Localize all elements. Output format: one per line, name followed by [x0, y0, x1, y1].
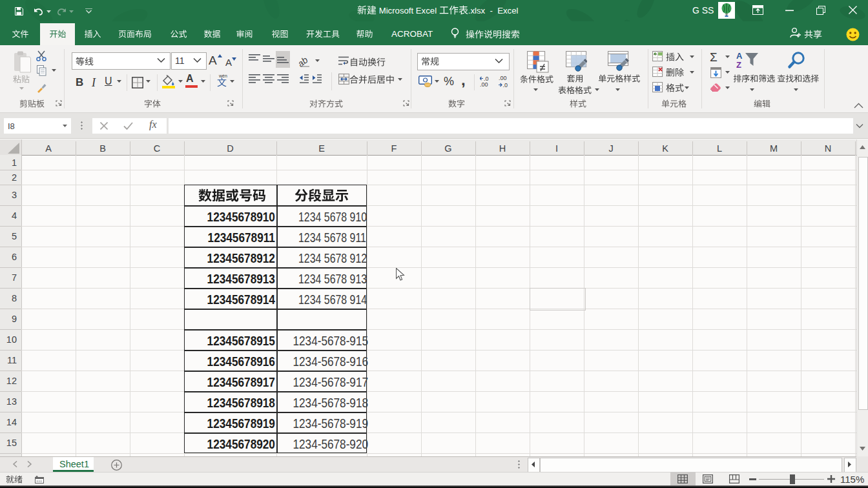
svg-text:.0: .0	[503, 82, 508, 88]
svg-text:.0: .0	[484, 76, 489, 81]
svg-text:ab: ab	[299, 55, 310, 68]
